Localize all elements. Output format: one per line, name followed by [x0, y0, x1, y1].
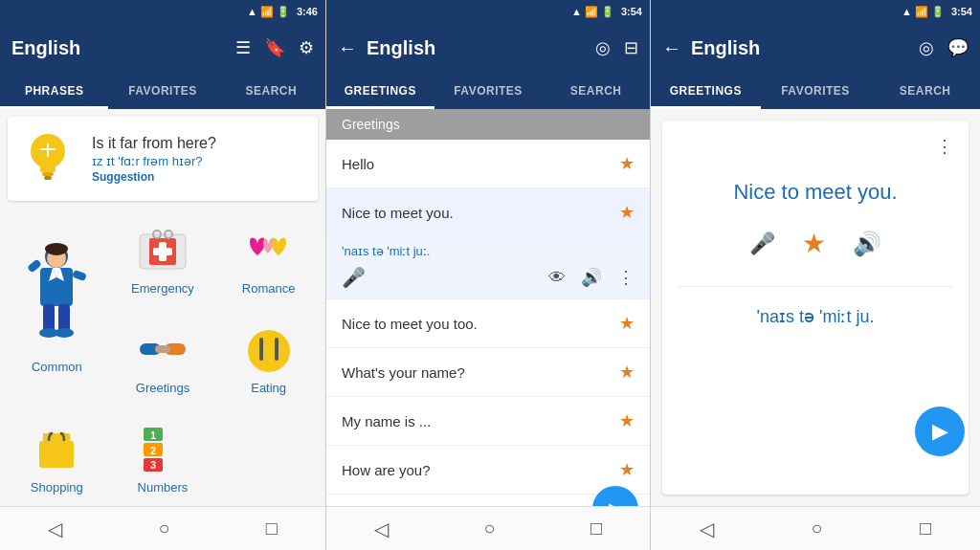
- detail-volume-icon[interactable]: 🔊: [853, 231, 881, 257]
- tab-search-2[interactable]: SEARCH: [542, 73, 650, 109]
- bottom-nav-1: ◁ ○ □: [0, 506, 325, 550]
- status-icons-2: ▲ 📶 🔋 3:54: [571, 6, 642, 18]
- home-nav-1[interactable]: ○: [158, 517, 169, 539]
- back-nav-3[interactable]: ◁: [700, 517, 714, 540]
- tab-favorites-3[interactable]: FAVORITES: [761, 73, 871, 109]
- suggestion-label: Suggestion: [92, 170, 216, 184]
- star-nice[interactable]: ★: [619, 202, 635, 223]
- eating-icon: [240, 319, 298, 377]
- phonetic-nice: 'naɪs tə 'miːt juː.: [342, 244, 635, 258]
- detail-star-icon[interactable]: ★: [802, 228, 826, 259]
- phrase-item-nice: Nice to meet you. ★ 'naɪs tə 'miːt juː. …: [326, 188, 650, 299]
- app-bar-icons-2: ◎ ⊟: [595, 37, 638, 58]
- star-howareyou[interactable]: ★: [619, 459, 635, 480]
- eye-icon-nice[interactable]: 👁: [548, 268, 566, 288]
- category-numbers[interactable]: 1 2 3 Numbers: [110, 407, 216, 506]
- tab-search-1[interactable]: SEARCH: [217, 73, 325, 109]
- back-button-3[interactable]: ←: [662, 37, 681, 59]
- category-label-shopping: Shopping: [31, 480, 83, 495]
- back-button-2[interactable]: ←: [338, 37, 357, 59]
- category-common[interactable]: Common: [4, 209, 110, 407]
- list-icon[interactable]: ☰: [235, 37, 251, 58]
- bookmark-icon[interactable]: 🔖: [264, 37, 285, 58]
- svg-rect-24: [153, 248, 172, 255]
- category-greetings[interactable]: Greetings: [110, 308, 216, 407]
- home-nav-3[interactable]: ○: [811, 517, 822, 539]
- wifi-icon-3: ▲: [902, 6, 912, 17]
- phrase-row-name[interactable]: What's your name? ★: [326, 348, 650, 396]
- bookmark-icon-2[interactable]: ⊟: [624, 37, 638, 58]
- shopping-icon: [28, 419, 85, 476]
- tab-favorites-1[interactable]: FAVORITES: [108, 73, 216, 109]
- tab-favorites-2[interactable]: FAVORITES: [434, 73, 543, 109]
- status-bar-1: ▲ 📶 🔋 3:46: [0, 0, 325, 23]
- star-myname[interactable]: ★: [619, 410, 635, 431]
- message-icon-3[interactable]: 💬: [947, 37, 969, 58]
- status-bar-3: ▲ 📶 🔋 3:54: [651, 0, 980, 23]
- mic-icon-nice[interactable]: 🎤: [342, 266, 366, 289]
- phrase-item-imfine: I'm fine. ▶: [326, 495, 650, 506]
- suggestion-phonetic: ɪz ɪt 'fɑːr frəm hɪər?: [92, 154, 216, 168]
- category-shopping[interactable]: Shopping: [4, 407, 110, 506]
- more-options-icon[interactable]: ⋮: [678, 136, 953, 157]
- recent-nav-2[interactable]: □: [590, 517, 602, 539]
- category-label-emergency: Emergency: [131, 281, 194, 296]
- recent-nav-3[interactable]: □: [920, 517, 931, 539]
- category-emergency[interactable]: Emergency: [110, 209, 216, 308]
- home-nav-2[interactable]: ○: [483, 517, 495, 539]
- detail-phonetic: 'naɪs tə 'miːt ju.: [678, 306, 953, 327]
- phrase-actions-nice: 🎤 👁 🔊 ⋮: [342, 266, 635, 289]
- star-name[interactable]: ★: [619, 362, 635, 383]
- emergency-icon: [134, 220, 191, 277]
- phrase-text-hello: Hello: [342, 156, 619, 172]
- category-label-greetings: Greetings: [136, 381, 189, 395]
- volume-icon-nice[interactable]: 🔊: [581, 267, 602, 288]
- status-bar-2: ▲ 📶 🔋 3:54: [326, 0, 650, 23]
- tabs-1: PHRASES FAVORITES SEARCH: [0, 73, 325, 109]
- svg-point-18: [55, 328, 74, 338]
- category-romance[interactable]: Romance: [215, 209, 322, 308]
- svg-rect-32: [275, 338, 278, 361]
- circle-icon-3[interactable]: ◎: [919, 37, 934, 58]
- detail-phrase-text: Nice to meet you.: [678, 180, 953, 205]
- phrase-row-howareyou[interactable]: How are you? ★: [326, 446, 650, 494]
- suggestion-text: Is it far from here? ɪz ɪt 'fɑːr frəm hɪ…: [92, 135, 216, 184]
- star-hello[interactable]: ★: [619, 153, 635, 174]
- app-bar-1: English ☰ 🔖 ⚙: [0, 23, 325, 73]
- tab-greetings-3[interactable]: GREETINGS: [651, 73, 761, 109]
- phrase-row-imfine[interactable]: I'm fine. ▶: [326, 495, 650, 506]
- phrase-row-nice[interactable]: Nice to meet you. ★: [326, 188, 650, 236]
- circle-icon-2[interactable]: ◎: [595, 37, 611, 58]
- bottom-nav-2: ◁ ○ □: [326, 506, 650, 550]
- tab-search-3[interactable]: SEARCH: [870, 73, 980, 109]
- tab-phrases[interactable]: PHRASES: [0, 73, 108, 109]
- svg-rect-1: [40, 165, 56, 172]
- phrase-text-myname: My name is ...: [342, 413, 619, 429]
- svg-rect-29: [155, 345, 170, 353]
- settings-icon[interactable]: ⚙: [299, 37, 314, 58]
- signal-icon-3: 📶: [915, 6, 928, 18]
- suggestion-card[interactable]: Is it far from here? ɪz ɪt 'fɑːr frəm hɪ…: [8, 117, 318, 201]
- recent-nav-1[interactable]: □: [266, 517, 278, 539]
- svg-rect-13: [27, 259, 42, 274]
- star-nice-too[interactable]: ★: [619, 313, 635, 334]
- time-display-3: 3:54: [951, 6, 972, 17]
- signal-icon: 📶: [260, 6, 274, 18]
- phrase-item-howareyou: How are you? ★: [326, 446, 650, 495]
- tab-greetings[interactable]: GREETINGS: [326, 73, 434, 109]
- svg-rect-3: [44, 176, 52, 180]
- detail-play-fab[interactable]: ▶: [915, 407, 965, 456]
- detail-mic-icon[interactable]: 🎤: [749, 231, 775, 256]
- back-nav-2[interactable]: ◁: [374, 517, 389, 540]
- dots-icon-nice[interactable]: ⋮: [617, 267, 635, 288]
- phrase-row-myname[interactable]: My name is ... ★: [326, 397, 650, 445]
- suggestion-main-text: Is it far from here?: [92, 135, 216, 152]
- back-nav-1[interactable]: ◁: [48, 517, 62, 540]
- status-icons-3: ▲ 📶 🔋 3:54: [902, 6, 972, 18]
- time-display-2: 3:54: [621, 6, 642, 17]
- category-eating[interactable]: Eating: [215, 308, 322, 407]
- phrase-text-nice: Nice to meet you.: [342, 205, 619, 221]
- phrase-row-nice-too[interactable]: Nice to meet you too. ★: [326, 299, 650, 347]
- status-icons-1: ▲ 📶 🔋 3:46: [247, 6, 318, 18]
- phrase-row-hello[interactable]: Hello ★: [326, 140, 650, 187]
